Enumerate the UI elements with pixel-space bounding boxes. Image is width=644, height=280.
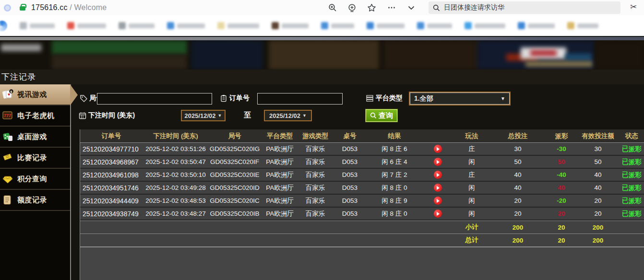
sidebar-item-label: 桌面游戏 (17, 132, 47, 141)
sidebar-item-table-games[interactable]: 桌面游戏 (0, 127, 70, 148)
url-path: / Welcome (68, 3, 107, 12)
clipboard-icon (220, 94, 227, 102)
sidebar: ♥9 视讯游戏 777 电子老虎机 桌面游戏 比赛记录 积分查询 额度记录 (0, 84, 71, 280)
search-icon (433, 4, 440, 12)
bet-records-table: 订单号下注时间 (美东)局号平台类型游戏类型桌号结果玩法总投注派彩有效投注额状态… (80, 129, 644, 280)
play-video-icon[interactable] (434, 210, 442, 218)
tag-icon (80, 94, 87, 102)
svg-text:9: 9 (10, 90, 12, 93)
query-button[interactable]: 查询 (366, 109, 397, 122)
play-video-icon[interactable] (434, 158, 442, 166)
table-header-row: 订单号下注时间 (美东)局号平台类型游戏类型桌号结果玩法总投注派彩有效投注额状态 (80, 129, 644, 143)
table-empty-area (80, 246, 644, 280)
app-logo-icon[interactable] (0, 21, 7, 31)
dropdown-arrow-icon: ▼ (302, 113, 307, 118)
bookmark-item[interactable] (465, 22, 505, 29)
bookmark-item[interactable] (119, 22, 155, 29)
grand-total-label: 总计 (454, 236, 489, 245)
sidebar-item-label: 比赛记录 (17, 153, 47, 163)
bookmark-item[interactable] (67, 22, 106, 29)
to-label: 至 (244, 111, 251, 120)
subtotal-label: 小计 (454, 223, 489, 232)
table-row: 2512020349689672025-12-02 03:50:47GD0532… (80, 156, 644, 169)
bookmarks-bar (0, 15, 644, 37)
content-area: 局号 订单号 平台类型 1.全部 ▼ 下注时间 (美 (71, 84, 644, 280)
bookmark-item[interactable] (321, 22, 354, 29)
sidebar-item-match-records[interactable]: 比赛记录 (0, 148, 70, 169)
table-row: 2512020349777102025-12-02 03:51:26GD0532… (80, 143, 644, 156)
screen: 175616.cc / Welcome 日团体接连请求访华 ✂ (0, 0, 644, 280)
browser-toolbar: 175616.cc / Welcome 日团体接连请求访华 ✂ (0, 0, 644, 15)
platform-type-label-group: 平台类型 (366, 94, 403, 103)
table-row: 2512020349610982025-12-02 03:50:10GD0532… (80, 169, 644, 182)
sidebar-item-video-games[interactable]: ♥9 视讯游戏 (0, 84, 70, 105)
bookmark-item[interactable] (567, 22, 598, 29)
circle-plus-icon[interactable] (347, 3, 357, 12)
gem-icon (2, 174, 13, 184)
table-row: 2512020349517462025-12-02 03:49:28GD0532… (80, 182, 644, 195)
dice-icon (2, 131, 13, 142)
bookmark-item[interactable] (217, 22, 259, 29)
order-no-input[interactable] (257, 93, 343, 105)
bookmark-item[interactable] (272, 22, 309, 29)
more-options-icon[interactable] (387, 3, 396, 12)
grand-total-row: 总计20020200 (80, 233, 644, 246)
table-row: 2512020349387492025-12-02 03:48:27GD0532… (80, 208, 644, 221)
browser-profile-icon[interactable] (4, 4, 11, 12)
bookmark-item[interactable] (167, 22, 205, 29)
banner-top-strip (0, 37, 644, 40)
sidebar-item-label: 额度记录 (17, 196, 47, 205)
dropdown-arrow-icon: ▼ (218, 113, 222, 118)
document-icon (2, 195, 13, 205)
favorite-star-icon[interactable] (367, 3, 376, 12)
site-banner (0, 40, 644, 70)
cards-icon: ♥9 (2, 89, 13, 100)
dropdown-arrow-icon: ▼ (501, 96, 505, 101)
sidebar-filler (0, 211, 70, 280)
browser-search-box[interactable]: 日团体接连请求访华 (429, 1, 620, 14)
svg-text:777: 777 (4, 113, 11, 118)
platform-type-select[interactable]: 1.全部 ▼ (410, 93, 510, 105)
play-video-icon[interactable] (434, 197, 442, 205)
page-title: 下注记录 (1, 71, 36, 82)
chevron-down-icon[interactable] (406, 3, 416, 12)
url-host: 175616.cc (31, 3, 68, 12)
page-title-bar: 下注记录 (0, 70, 644, 84)
sidebar-item-slots[interactable]: 777 电子老虎机 (0, 105, 70, 127)
server-list-icon (366, 94, 374, 102)
zoom-icon[interactable] (328, 3, 337, 12)
filter-panel: 局号 订单号 平台类型 1.全部 ▼ 下注时间 (美 (71, 84, 644, 129)
sidebar-item-label: 电子老虎机 (17, 111, 55, 120)
lock-icon[interactable] (20, 6, 25, 11)
search-suggestion-text: 日团体接连请求访华 (444, 3, 504, 12)
sidebar-item-label: 积分查询 (17, 175, 47, 184)
calendar-icon (79, 112, 86, 119)
bookmark-item[interactable] (518, 22, 555, 29)
bet-time-label-group: 下注时间 (美东) (79, 111, 135, 120)
game-no-input[interactable] (97, 93, 212, 105)
bookmark-item[interactable] (367, 22, 405, 29)
search-icon (370, 112, 377, 119)
address-bar[interactable]: 175616.cc / Welcome (31, 3, 107, 12)
sidebar-item-quota-records[interactable]: 额度记录 (0, 190, 70, 211)
sidebar-item-points-query[interactable]: 积分查询 (0, 169, 70, 190)
sidebar-item-label: 视讯游戏 (17, 90, 47, 99)
play-video-icon[interactable] (434, 184, 442, 192)
order-no-label-group: 订单号 (220, 94, 250, 103)
bookmark-item[interactable] (20, 22, 55, 29)
subtotal-row: 小计20020200 (80, 221, 644, 233)
play-video-icon[interactable] (434, 171, 442, 179)
scissors-icon[interactable]: ✂ (630, 2, 637, 12)
bookmark-item[interactable] (417, 22, 452, 29)
table-row: 2512020349444092025-12-02 03:48:53GD0532… (80, 195, 644, 208)
ticket-icon (2, 152, 13, 163)
date-from-select[interactable]: 2025/12/02▼ (181, 110, 226, 121)
play-video-icon[interactable] (434, 145, 442, 153)
date-to-select[interactable]: 2025/12/02▼ (264, 110, 312, 121)
slot-machine-icon: 777 (2, 110, 13, 121)
